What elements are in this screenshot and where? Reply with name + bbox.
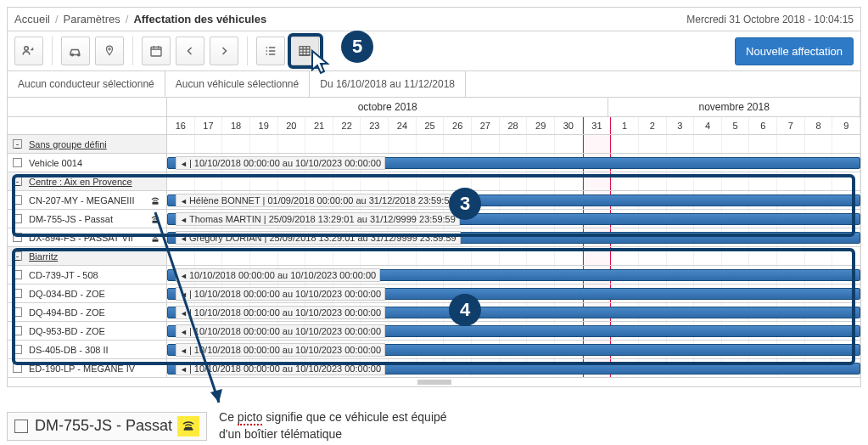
day-header: 22	[333, 117, 361, 134]
legend-vehicle: DM-755-JS - Passat	[7, 412, 207, 441]
legend-checkbox[interactable]	[14, 420, 28, 433]
vehicle-row-label[interactable]: DQ-494-BD - ZOE	[8, 303, 167, 321]
vehicle-row-label[interactable]: DM-755-JS - Passat	[8, 210, 167, 228]
day-header: 31	[583, 117, 612, 134]
day-header: 5	[722, 117, 750, 134]
telematic-icon	[177, 416, 199, 437]
svg-rect-5	[300, 47, 310, 56]
assignment-text: ◄| 10/10/2018 00:00:00 au 10/10/2023 00:…	[176, 343, 385, 357]
vehicle-row-label[interactable]: CD-739-JT - 508	[8, 266, 167, 284]
collapse-icon[interactable]: -	[13, 139, 22, 149]
svg-point-0	[25, 47, 29, 51]
day-header: 3	[667, 117, 695, 134]
vehicle-row-label[interactable]: DQ-034-BD - ZOE	[8, 284, 167, 302]
checkbox[interactable]	[13, 307, 22, 317]
day-header: 26	[444, 117, 472, 134]
group-row[interactable]: -Sans groupe défini	[8, 135, 167, 153]
day-header: 24	[389, 117, 417, 134]
vehicle-row-label[interactable]: CN-207-MY - MEGANEIII	[8, 191, 167, 209]
scrollbar-handle[interactable]	[417, 380, 451, 385]
breadcrumb: Accueil / Paramètres / Affectation des v…	[14, 13, 686, 25]
month-2: novembre 2018	[608, 98, 860, 116]
legend-description: Ce picto signifie que ce véhicule est éq…	[219, 409, 447, 442]
day-header: 30	[555, 117, 583, 134]
group-row[interactable]: -Centre : Aix en Provence	[8, 172, 167, 190]
filter-driver[interactable]: Aucun conducteur sélectionné	[8, 71, 165, 97]
telematic-icon	[149, 195, 161, 206]
day-header: 18	[222, 117, 250, 134]
day-header: 23	[361, 117, 389, 134]
checkbox[interactable]	[13, 233, 22, 242]
vehicle-row-label[interactable]: DX-894-FS - PASSAT VII	[8, 228, 167, 246]
day-header: 6	[749, 117, 777, 134]
day-header: 28	[500, 117, 528, 134]
day-header: 27	[472, 117, 500, 134]
list-view-button[interactable]	[256, 37, 285, 65]
svg-rect-6	[153, 201, 159, 204]
checkbox[interactable]	[13, 270, 22, 279]
svg-marker-10	[210, 389, 222, 403]
day-header: 21	[305, 117, 333, 134]
filter-period[interactable]: Du 16/10/2018 au 11/12/2018	[310, 71, 466, 97]
checkbox[interactable]	[13, 326, 22, 335]
telematic-icon	[149, 233, 161, 243]
collapse-icon[interactable]: -	[13, 251, 22, 261]
collapse-icon[interactable]: -	[13, 177, 22, 186]
next-button[interactable]	[210, 37, 238, 65]
day-header: 8	[805, 117, 833, 134]
assignment-text: ◄Hélène BONNET | 01/09/2018 00:00:00 au …	[176, 194, 459, 207]
day-header: 25	[417, 117, 445, 134]
checkbox[interactable]	[13, 158, 22, 167]
user-assign-button[interactable]	[14, 37, 43, 65]
day-header: 16	[167, 117, 195, 134]
datetime: Mercredi 31 Octobre 2018 - 10:04:15	[686, 14, 854, 25]
location-button[interactable]	[95, 37, 124, 65]
checkbox[interactable]	[13, 289, 22, 298]
breadcrumb-home[interactable]: Accueil	[14, 13, 50, 25]
day-header: 20	[278, 117, 306, 134]
svg-rect-7	[153, 220, 159, 222]
vehicle-button[interactable]	[61, 37, 90, 65]
telematic-icon	[149, 214, 161, 224]
day-header: 17	[195, 117, 223, 134]
day-header: 2	[639, 117, 667, 134]
timeline-view-button[interactable]	[290, 37, 319, 65]
assignment-text: ◄| 10/10/2018 00:00:00 au 10/10/2023 00:…	[176, 287, 385, 301]
vehicle-row-label[interactable]: Vehicle 0014	[8, 154, 167, 172]
day-header: 7	[777, 117, 805, 134]
breadcrumb-params[interactable]: Paramètres	[64, 13, 120, 25]
vehicle-row-label[interactable]: DS-405-DB - 308 II	[8, 341, 167, 358]
breadcrumb-current: Affectation des véhicules	[133, 13, 266, 25]
filter-vehicle[interactable]: Aucun véhicule sélectionné	[165, 71, 310, 97]
svg-rect-8	[153, 239, 159, 241]
assignment-text: ◄| 10/10/2018 00:00:00 au 10/10/2023 00:…	[176, 362, 385, 375]
assignment-text: ◄| 10/10/2018 00:00:00 au 10/10/2023 00:…	[176, 324, 385, 338]
assignment-text: ◄| 10/10/2018 00:00:00 au 10/10/2023 00:…	[176, 156, 385, 170]
vehicle-row-label[interactable]: DQ-953-BD - ZOE	[8, 322, 167, 340]
vehicle-row-label[interactable]: ED-190-LP - MEGANE IV	[8, 359, 167, 377]
day-header: 29	[527, 117, 555, 134]
prev-button[interactable]	[176, 37, 204, 65]
month-1: octobre 2018	[167, 98, 608, 116]
assignment-text: ◄| 10/10/2018 00:00:00 au 10/10/2023 00:…	[176, 306, 385, 319]
day-header: 4	[694, 117, 722, 134]
checkbox[interactable]	[13, 363, 22, 373]
assignment-text: ◄Thomas MARTIN | 25/09/2018 13:29:01 au …	[176, 212, 460, 226]
assignment-text: ◄10/10/2018 00:00:00 au 10/10/2023 00:00…	[176, 268, 380, 282]
day-header: 9	[832, 117, 860, 134]
day-header: 19	[250, 117, 278, 134]
new-assignment-button[interactable]: Nouvelle affectation	[735, 37, 854, 65]
assignment-text: ◄Gregory DORIAN | 25/09/2018 13:29:01 au…	[176, 231, 461, 245]
checkbox[interactable]	[13, 195, 22, 205]
group-row[interactable]: -Biarritz	[8, 247, 167, 265]
day-header: 1	[611, 117, 639, 134]
checkbox[interactable]	[13, 214, 22, 223]
checkbox[interactable]	[13, 345, 22, 354]
svg-rect-4	[151, 47, 161, 56]
calendar-button[interactable]	[142, 37, 171, 65]
svg-point-3	[109, 48, 110, 50]
